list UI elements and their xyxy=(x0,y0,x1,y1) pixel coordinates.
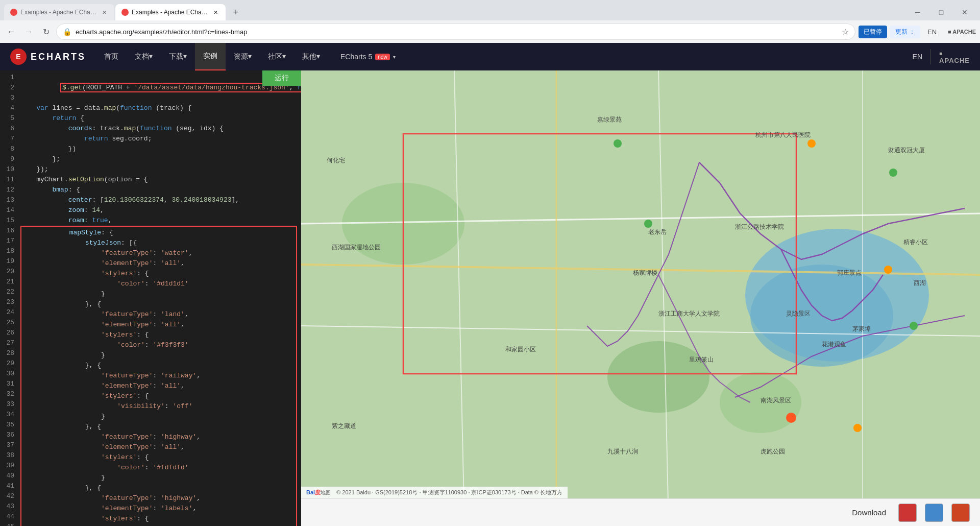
code-line-28: 'featureType': 'railway', xyxy=(21,371,296,381)
lock-icon: 🔒 xyxy=(63,28,71,36)
star-icon[interactable]: ☆ xyxy=(842,27,849,37)
line-numbers: 12345 678910 1112131415 1617181920 21222… xyxy=(0,70,18,526)
window-controls: ─ □ ✕ xyxy=(906,4,980,20)
svg-text:浙江工商大学人文学院: 浙江工商大学人文学院 xyxy=(658,310,720,317)
orange-swatch[interactable] xyxy=(951,504,970,522)
maximize-button[interactable]: □ xyxy=(930,4,952,20)
code-line-41: 'elementType': 'labels', xyxy=(21,504,296,514)
echarts5-label: ECharts 5 xyxy=(340,53,372,61)
nav-item-download[interactable]: 下载▾ xyxy=(161,43,195,70)
download-label: Download xyxy=(852,508,886,517)
red-swatch[interactable] xyxy=(898,504,917,522)
svg-point-37 xyxy=(889,169,897,177)
svg-point-38 xyxy=(644,220,652,228)
code-line-8: }); xyxy=(20,164,297,175)
close-button[interactable]: ✕ xyxy=(953,4,976,20)
map-area[interactable]: 何化宅 嘉绿景苑 杭州市第八人民医院 财通双冠大厦 西湖国家湿地公园 老东岳 浙… xyxy=(301,70,980,526)
tab-1-title: Examples - Apache ECharts (in... xyxy=(20,9,97,16)
svg-text:和家园小区: 和家园小区 xyxy=(505,346,536,353)
echarts-nav: E ECHARTS 首页 文档▾ 下载▾ 实例 资源▾ 社区▾ 其他▾ ECha… xyxy=(0,43,980,70)
logo-text: ECHARTS xyxy=(31,52,86,62)
code-line-3: return { xyxy=(20,113,297,124)
svg-text:灵隐景区: 灵隐景区 xyxy=(786,310,811,317)
svg-text:茅家埠: 茅家埠 xyxy=(852,325,871,332)
code-area[interactable]: $.get(ROOT_PATH + '/data/asset/data/hang… xyxy=(18,70,301,526)
tab-2-title: Examples - Apache ECharts (in... xyxy=(132,9,208,16)
echarts5-badge[interactable]: ECharts 5 new ▾ xyxy=(332,53,404,61)
code-line-14: mapStyle: { xyxy=(21,228,296,238)
code-line-16: 'featureType': 'water', xyxy=(21,248,296,258)
address-bar-row: ← → ↻ 🔒 echarts.apache.org/examples/zh/e… xyxy=(0,20,980,43)
code-line-23: 'elementType': 'all', xyxy=(21,320,296,330)
code-line-36: 'stylers': { xyxy=(21,452,296,463)
echarts-logo[interactable]: E ECHARTS xyxy=(10,49,86,65)
code-line-35: 'elementType': 'all', xyxy=(21,442,296,452)
new-tab-button[interactable]: + xyxy=(228,4,244,20)
svg-text:里鸡笼山: 里鸡笼山 xyxy=(689,356,714,363)
map-credit: Bai度地图 © 2021 Baidu · GS(2019)5218号 · 甲测… xyxy=(301,487,568,498)
tab-2[interactable]: Examples - Apache ECharts (in... ✕ xyxy=(115,4,226,20)
nav-item-resources[interactable]: 资源▾ xyxy=(226,43,260,70)
code-selection-box: mapStyle: { styleJson: [{ 'featureType':… xyxy=(20,226,297,526)
code-line-38: } xyxy=(21,473,296,483)
svg-text:郭庄景点: 郭庄景点 xyxy=(837,269,862,276)
svg-point-36 xyxy=(807,139,816,148)
forward-button[interactable]: → xyxy=(21,25,36,39)
apache-logo: ■ APACHE xyxy=(948,29,976,35)
map-svg: 何化宅 嘉绿景苑 杭州市第八人民医院 财通双冠大厦 西湖国家湿地公园 老东岳 浙… xyxy=(301,70,980,526)
update-button[interactable]: 更新 ： xyxy=(890,26,920,38)
code-line-6: }) xyxy=(20,144,297,154)
code-line-34: 'featureType': 'highway', xyxy=(21,432,296,442)
tab-bar: Examples - Apache ECharts (in... ✕ Examp… xyxy=(0,0,980,20)
en-button[interactable]: EN xyxy=(904,53,930,61)
tab-1[interactable]: Examples - Apache ECharts (in... ✕ xyxy=(4,4,114,20)
apache-nav-logo: ■ APACHE xyxy=(930,49,970,64)
code-line-42: 'stylers': { xyxy=(21,514,296,524)
svg-point-41 xyxy=(786,413,796,423)
download-bar: Download xyxy=(301,498,980,526)
svg-text:浙江公路技术学院: 浙江公路技术学院 xyxy=(735,223,784,230)
code-line-10: bmap: { xyxy=(20,185,297,195)
browser-chrome: Examples - Apache ECharts (in... ✕ Examp… xyxy=(0,0,980,43)
baidu-logo-text: Bai xyxy=(306,489,315,495)
nav-item-examples[interactable]: 实例 xyxy=(195,43,226,70)
code-editor: 运行 12345 678910 1112131415 1617181920 21… xyxy=(0,70,301,526)
tab-1-close[interactable]: ✕ xyxy=(100,8,108,16)
run-button[interactable]: 运行 xyxy=(262,70,301,86)
nav-item-docs[interactable]: 文档▾ xyxy=(127,43,161,70)
nav-item-other[interactable]: 其他▾ xyxy=(294,43,328,70)
svg-text:何化宅: 何化宅 xyxy=(327,157,345,164)
code-line-31: 'visibility': 'off' xyxy=(21,401,296,412)
code-line-15: styleJson: [{ xyxy=(21,238,296,248)
address-text[interactable]: echarts.apache.org/examples/zh/editor.ht… xyxy=(76,28,838,36)
reload-button[interactable]: ↻ xyxy=(39,25,53,39)
svg-point-4 xyxy=(607,341,709,413)
code-line-1: $.get(ROOT_PATH + '/data/asset/data/hang… xyxy=(20,73,297,103)
tab-2-close[interactable]: ✕ xyxy=(211,8,219,16)
svg-text:南湖风景区: 南湖风景区 xyxy=(761,397,791,404)
address-bar[interactable]: 🔒 echarts.apache.org/examples/zh/editor.… xyxy=(56,23,855,40)
code-line-4: coords: track.map(function (seg, idx) { xyxy=(20,124,297,134)
svg-text:财通双冠大厦: 财通双冠大厦 xyxy=(888,147,925,154)
code-line-9: myChart.setOption(option = { xyxy=(20,175,297,185)
lang-button[interactable]: EN xyxy=(923,26,941,38)
code-line-40: 'featureType': 'highway', xyxy=(21,493,296,504)
code-line-26: } xyxy=(21,350,296,361)
blue-swatch[interactable] xyxy=(925,504,943,522)
code-line-33: }, { xyxy=(21,422,296,432)
tab-1-favicon xyxy=(10,9,17,16)
svg-point-40 xyxy=(910,322,918,330)
back-button[interactable]: ← xyxy=(4,25,18,39)
svg-text:西湖: 西湖 xyxy=(914,279,926,286)
code-line-25: 'color': '#f3f3f3' xyxy=(21,340,296,350)
nav-item-community[interactable]: 社区▾ xyxy=(260,43,294,70)
minimize-button[interactable]: ─ xyxy=(906,4,929,20)
code-line-30: 'stylers': { xyxy=(21,391,296,401)
pause-button[interactable]: 已暂停 xyxy=(859,26,887,38)
code-line-24: 'stylers': { xyxy=(21,330,296,340)
new-badge: new xyxy=(375,54,389,60)
code-line-13: roam: true, xyxy=(20,216,297,226)
code-line-2: var lines = data.map(function (track) { xyxy=(20,103,297,113)
nav-item-home[interactable]: 首页 xyxy=(96,43,127,70)
code-line-12: zoom: 14, xyxy=(20,205,297,216)
